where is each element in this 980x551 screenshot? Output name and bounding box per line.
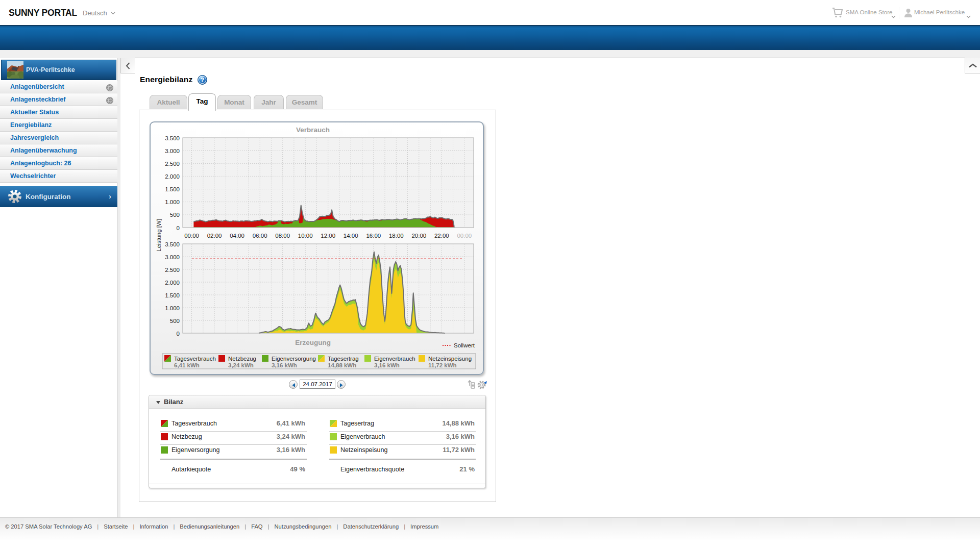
svg-text:20:00: 20:00 — [411, 233, 426, 239]
svg-text:2.500: 2.500 — [165, 161, 180, 167]
svg-text:3,16 kWh: 3,16 kWh — [272, 362, 297, 368]
svg-text:Leistung [W]: Leistung [W] — [156, 219, 162, 252]
svg-text:08:00: 08:00 — [275, 233, 290, 239]
svg-text:2.000: 2.000 — [165, 280, 180, 286]
svg-text:0: 0 — [177, 331, 180, 337]
svg-text:500: 500 — [170, 318, 180, 324]
svg-text:Verbrauch: Verbrauch — [296, 126, 330, 134]
svg-text:Eigenversorgung: Eigenversorgung — [272, 356, 316, 362]
svg-text:1.000: 1.000 — [165, 199, 180, 205]
svg-text:3.500: 3.500 — [165, 135, 180, 141]
svg-text:Sollwert: Sollwert — [454, 342, 475, 348]
svg-text:3.500: 3.500 — [165, 241, 180, 247]
svg-text:Netzbezug: Netzbezug — [228, 356, 256, 362]
svg-text:22:00: 22:00 — [434, 233, 449, 239]
svg-text:2.500: 2.500 — [165, 267, 180, 273]
svg-text:11,72 kWh: 11,72 kWh — [428, 362, 457, 368]
svg-text:0: 0 — [177, 225, 180, 231]
svg-text:Netzeinspeisung: Netzeinspeisung — [428, 356, 472, 362]
svg-text:3.000: 3.000 — [165, 148, 180, 154]
svg-text:3,24 kWh: 3,24 kWh — [228, 362, 254, 368]
svg-text:1.500: 1.500 — [165, 186, 180, 192]
svg-text:00:00: 00:00 — [457, 233, 472, 239]
svg-text:Tagesverbrauch: Tagesverbrauch — [174, 356, 216, 362]
svg-text:1.500: 1.500 — [165, 292, 180, 298]
svg-text:16:00: 16:00 — [366, 233, 381, 239]
svg-text:18:00: 18:00 — [389, 233, 404, 239]
svg-text:12:00: 12:00 — [321, 233, 335, 239]
svg-text:02:00: 02:00 — [207, 233, 222, 239]
svg-text:6,41 kWh: 6,41 kWh — [174, 362, 200, 368]
svg-text:04:00: 04:00 — [230, 233, 244, 239]
svg-text:00:00: 00:00 — [184, 233, 199, 239]
svg-text:Tagesertrag: Tagesertrag — [328, 356, 359, 362]
svg-text:10:00: 10:00 — [298, 233, 313, 239]
svg-text:2.000: 2.000 — [165, 173, 180, 180]
svg-text:3.000: 3.000 — [165, 254, 180, 260]
svg-text:Eigenverbrauch: Eigenverbrauch — [374, 356, 415, 362]
svg-text:14,88 kWh: 14,88 kWh — [328, 362, 356, 368]
svg-text:1.000: 1.000 — [165, 305, 180, 311]
svg-text:14:00: 14:00 — [344, 233, 358, 239]
svg-text:Erzeugung: Erzeugung — [295, 339, 331, 346]
svg-text:500: 500 — [170, 212, 180, 218]
svg-text:?: ? — [201, 77, 204, 84]
svg-text:06:00: 06:00 — [253, 233, 267, 239]
svg-text:3,16 kWh: 3,16 kWh — [374, 362, 400, 368]
